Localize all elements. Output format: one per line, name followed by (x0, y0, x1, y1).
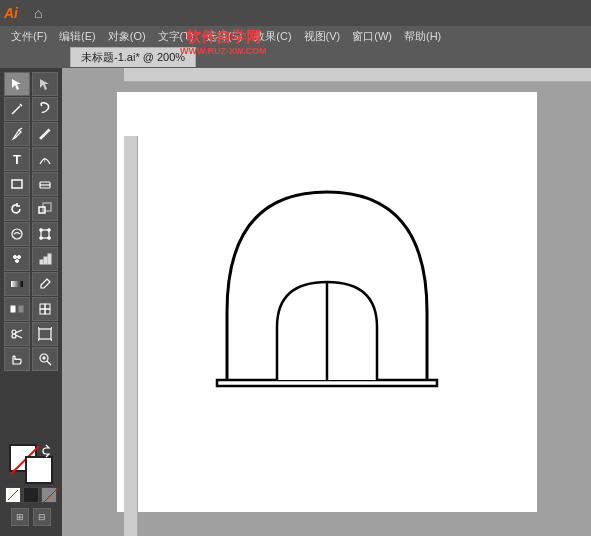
svg-point-20 (16, 260, 19, 263)
svg-rect-30 (45, 309, 50, 314)
symbol-tool[interactable] (4, 247, 30, 271)
none-swatch[interactable] (5, 487, 21, 503)
svg-text:T: T (43, 157, 46, 163)
zoom-tool[interactable] (32, 347, 58, 371)
svg-line-3 (20, 104, 22, 106)
screen-mode-btn[interactable]: ⊞ (11, 508, 29, 526)
menu-window[interactable]: 窗口(W) (347, 28, 397, 45)
eraser-tool[interactable] (32, 172, 58, 196)
gradient-tool[interactable] (4, 272, 30, 296)
svg-line-2 (12, 106, 20, 114)
black-swatch[interactable] (23, 487, 39, 503)
svg-point-19 (18, 256, 21, 259)
svg-line-36 (38, 327, 39, 329)
rect-tool[interactable] (4, 172, 30, 196)
hand-tool[interactable] (4, 347, 30, 371)
svg-marker-1 (40, 79, 49, 90)
artboard-tool[interactable] (32, 322, 58, 346)
ruler-top (124, 68, 591, 82)
svg-point-17 (48, 237, 50, 239)
artboard (117, 92, 537, 512)
svg-rect-25 (11, 306, 15, 312)
pen-tool[interactable] (4, 122, 30, 146)
change-screen-btn[interactable]: ⊟ (33, 508, 51, 526)
tent-drawing (207, 172, 447, 432)
svg-point-31 (12, 330, 16, 334)
pencil-tool[interactable] (32, 122, 58, 146)
svg-rect-35 (39, 329, 51, 339)
svg-point-14 (40, 229, 42, 231)
svg-point-16 (40, 237, 42, 239)
path-type-tool[interactable]: T (32, 147, 58, 171)
bottom-tools-row: ⊞ ⊟ (11, 506, 51, 528)
grey-swatch[interactable] (41, 487, 57, 503)
svg-rect-22 (44, 257, 47, 264)
scissors-tool[interactable] (4, 322, 30, 346)
scale-tool[interactable] (32, 197, 58, 221)
fill-stroke-area[interactable] (9, 444, 53, 484)
menu-select[interactable]: 选择(S) (201, 28, 248, 45)
graph-tool[interactable] (32, 247, 58, 271)
menu-help[interactable]: 帮助(H) (399, 28, 446, 45)
svg-point-15 (48, 229, 50, 231)
blend-tool[interactable] (4, 297, 30, 321)
svg-rect-26 (19, 306, 23, 312)
menu-effect[interactable]: 效果(C) (249, 28, 296, 45)
svg-line-38 (38, 339, 39, 341)
eyedropper-tool[interactable] (32, 272, 58, 296)
svg-rect-29 (40, 309, 45, 314)
stroke-swatch[interactable] (25, 456, 53, 484)
document-tab[interactable]: 未标题-1.ai* @ 200% (70, 47, 196, 67)
type-tool[interactable]: T (4, 147, 30, 171)
svg-rect-21 (40, 260, 43, 264)
ruler-left (124, 136, 138, 536)
svg-rect-27 (40, 304, 45, 309)
svg-point-32 (12, 334, 16, 338)
svg-rect-23 (48, 254, 51, 264)
lasso-tool[interactable] (32, 97, 58, 121)
svg-marker-0 (12, 79, 21, 90)
warp-tool[interactable] (4, 222, 30, 246)
menu-text[interactable]: 文字(T) (153, 28, 199, 45)
menu-view[interactable]: 视图(V) (299, 28, 346, 45)
tab-bar: 未标题-1.ai* @ 200% (0, 46, 591, 68)
menu-object[interactable]: 对象(O) (103, 28, 151, 45)
svg-line-39 (51, 339, 52, 341)
menu-edit[interactable]: 编辑(E) (54, 28, 101, 45)
menu-bar: 软件自学网 WWW.RUZ-XW.COM 文件(F) 编辑(E) 对象(O) 文… (0, 26, 591, 46)
svg-point-12 (12, 229, 22, 239)
svg-rect-24 (11, 281, 23, 287)
svg-rect-10 (39, 207, 45, 213)
canvas-area (62, 68, 591, 536)
menu-file[interactable]: 文件(F) (6, 28, 52, 45)
svg-point-18 (14, 256, 17, 259)
svg-line-37 (51, 327, 52, 329)
svg-line-41 (47, 361, 51, 365)
rotate-tool[interactable] (4, 197, 30, 221)
svg-rect-7 (12, 180, 22, 188)
direct-select-tool[interactable] (32, 72, 58, 96)
svg-rect-28 (45, 304, 50, 309)
svg-line-4 (19, 128, 22, 130)
home-button[interactable]: ⌂ (34, 5, 42, 21)
small-swatches-row (5, 487, 57, 503)
svg-rect-45 (217, 380, 437, 386)
live-paint-tool[interactable] (32, 297, 58, 321)
ai-logo: Ai (4, 5, 28, 21)
free-transform-tool[interactable] (32, 222, 58, 246)
left-toolbar: T T (0, 68, 62, 536)
select-tool[interactable] (4, 72, 30, 96)
magic-wand-tool[interactable] (4, 97, 30, 121)
color-area: ⊞ ⊟ (2, 440, 60, 532)
